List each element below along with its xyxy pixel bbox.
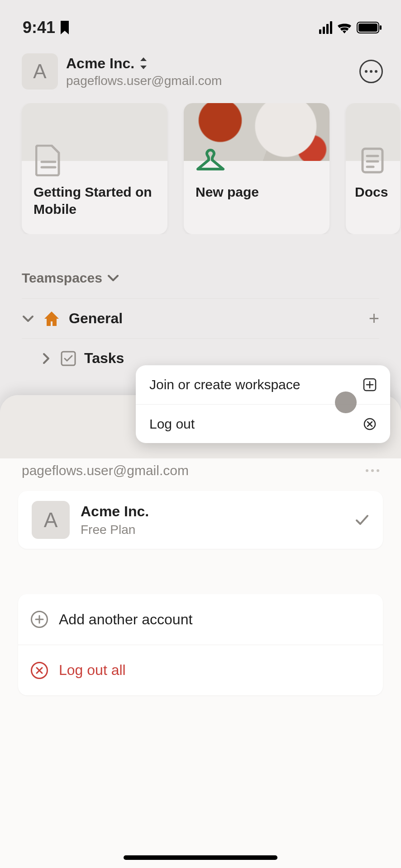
close-circle-icon [363, 417, 377, 431]
wifi-icon [337, 22, 352, 33]
avatar-letter: A [44, 508, 58, 532]
home-indicator[interactable] [124, 855, 277, 860]
workspace-name: Acme Inc. [66, 55, 134, 72]
workspace-plan: Free Plan [81, 523, 343, 537]
recent-pages-row[interactable]: Getting Started on Mobile New page Docs [0, 103, 401, 234]
workspace-avatar: A [32, 501, 70, 539]
status-time-group: 9:41 [23, 18, 70, 37]
page-card[interactable]: Docs [346, 103, 400, 234]
menu-label: Log out [149, 416, 195, 432]
document-icon [357, 145, 388, 176]
home-icon [43, 310, 61, 328]
add-page-button[interactable]: + [369, 308, 379, 329]
status-bar: 9:41 [0, 0, 401, 41]
checkmark-icon [354, 512, 369, 528]
avatar-letter: A [33, 60, 46, 83]
status-time: 9:41 [23, 18, 55, 37]
battery-icon [357, 22, 382, 33]
workspace-switcher[interactable]: Acme Inc. pageflows.user@gmail.com [66, 55, 351, 88]
account-more-button[interactable] [366, 469, 379, 472]
page-label: Tasks [84, 350, 124, 367]
plus-circle-icon [31, 611, 48, 628]
page-icon [33, 145, 64, 176]
workspace-item[interactable]: A Acme Inc. Free Plan [18, 491, 383, 549]
svg-rect-1 [358, 24, 377, 32]
teamspace-label: General [69, 310, 123, 327]
teamspace-item-general[interactable]: General + [22, 298, 379, 338]
svg-rect-2 [380, 25, 382, 30]
workspace-name: Acme Inc. [81, 503, 343, 520]
account-switcher-sheet: pageflows.user@gmail.com A Acme Inc. Fre… [0, 395, 401, 868]
chevron-right-icon [40, 352, 53, 365]
account-actions: Add another account Log out all [18, 594, 383, 695]
status-icons [319, 21, 382, 34]
touch-indicator [335, 392, 357, 413]
menu-label: Join or create workspace [149, 377, 301, 392]
workspace-email: pageflows.user@gmail.com [66, 74, 351, 88]
bookmark-icon [60, 21, 70, 34]
action-label: Log out all [59, 662, 126, 679]
up-down-chevron-icon [139, 57, 148, 69]
page-card[interactable]: Getting Started on Mobile [22, 103, 167, 234]
close-circle-icon [31, 662, 48, 679]
more-button[interactable] [359, 60, 383, 83]
workspace-header: A Acme Inc. pageflows.user@gmail.com [0, 41, 401, 103]
chevron-down-icon [107, 272, 119, 284]
page-card[interactable]: New page [184, 103, 329, 234]
section-label: Teamspaces [22, 270, 102, 286]
checkbox-icon [61, 351, 76, 366]
workspace-avatar[interactable]: A [22, 53, 58, 90]
action-label: Add another account [59, 611, 192, 628]
teamspaces-toggle[interactable]: Teamspaces [0, 234, 401, 298]
chevron-down-icon [22, 312, 34, 325]
hanger-icon [195, 145, 226, 176]
logout-all-button[interactable]: Log out all [18, 645, 383, 695]
cellular-signal-icon [319, 21, 332, 34]
account-email: pageflows.user@gmail.com [22, 463, 189, 478]
add-account-button[interactable]: Add another account [18, 594, 383, 645]
plus-square-icon [363, 378, 377, 392]
